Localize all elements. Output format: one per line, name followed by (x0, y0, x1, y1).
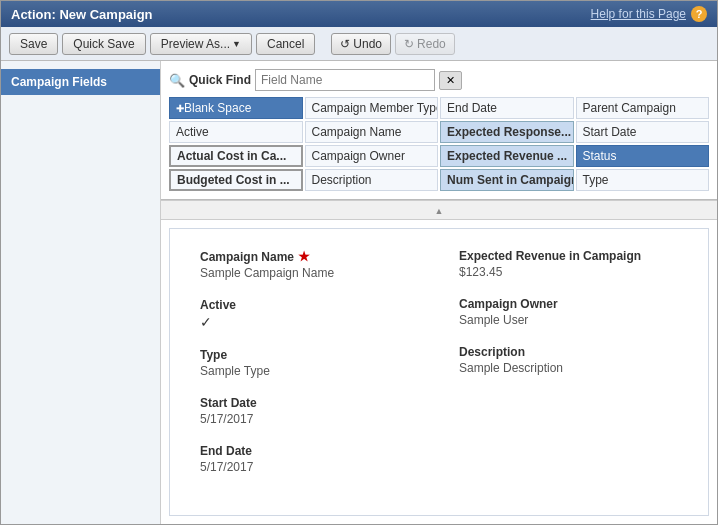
field-active[interactable]: Active (169, 121, 303, 143)
toolbar: Save Quick Save Preview As... ▼ Cancel ↺… (1, 27, 717, 61)
cancel-button[interactable]: Cancel (256, 33, 315, 55)
help-icon[interactable]: ? (691, 6, 707, 22)
window-title: Action: New Campaign (11, 7, 153, 22)
preview-left-col: Campaign Name ★ Sample Campaign Name Act… (200, 249, 419, 474)
search-input[interactable] (255, 69, 435, 91)
field-blank-space[interactable]: Blank Space (169, 97, 303, 119)
active-value: ✓ (200, 314, 419, 330)
campaign-name-value: Sample Campaign Name (200, 266, 419, 280)
field-campaign-owner[interactable]: Campaign Owner (305, 145, 439, 167)
type-value: Sample Type (200, 364, 419, 378)
window: Action: New Campaign Help for this Page … (0, 0, 718, 525)
help-area: Help for this Page ? (591, 6, 707, 22)
preview-inner: Campaign Name ★ Sample Campaign Name Act… (200, 249, 678, 474)
search-icon: 🔍 (169, 73, 185, 88)
field-campaign-member-type[interactable]: Campaign Member Type (305, 97, 439, 119)
preview-right-col: Expected Revenue in Campaign $123.45 Cam… (459, 249, 678, 474)
fields-grid: Blank Space Campaign Member Type End Dat… (169, 97, 709, 191)
campaign-owner-value: Sample User (459, 313, 678, 327)
field-expected-revenue[interactable]: Expected Revenue ... (440, 145, 574, 167)
start-date-value: 5/17/2017 (200, 412, 419, 426)
save-button[interactable]: Save (9, 33, 58, 55)
preview-campaign-name: Campaign Name ★ Sample Campaign Name (200, 249, 419, 280)
preview-as-button[interactable]: Preview As... ▼ (150, 33, 252, 55)
required-star: ★ (298, 249, 310, 264)
expected-revenue-value: $123.45 (459, 265, 678, 279)
title-bar: Action: New Campaign Help for this Page … (1, 1, 717, 27)
undo-button[interactable]: ↺ Undo (331, 33, 391, 55)
quick-find-row: 🔍 Quick Find ✕ (169, 69, 709, 91)
field-status[interactable]: Status (576, 145, 710, 167)
preview-campaign-owner: Campaign Owner Sample User (459, 297, 678, 327)
field-description[interactable]: Description (305, 169, 439, 191)
description-value: Sample Description (459, 361, 678, 375)
dropdown-arrow-icon: ▼ (232, 39, 241, 49)
end-date-value: 5/17/2017 (200, 460, 419, 474)
redo-button[interactable]: ↻ Redo (395, 33, 455, 55)
field-campaign-name[interactable]: Campaign Name (305, 121, 439, 143)
field-budgeted-cost[interactable]: Budgeted Cost in ... (169, 169, 303, 191)
preview-type: Type Sample Type (200, 348, 419, 378)
preview-end-date: End Date 5/17/2017 (200, 444, 419, 474)
preview-expected-revenue: Expected Revenue in Campaign $123.45 (459, 249, 678, 279)
preview-active: Active ✓ (200, 298, 419, 330)
field-parent-campaign[interactable]: Parent Campaign (576, 97, 710, 119)
fields-panel: 🔍 Quick Find ✕ Blank Space Campaign Memb… (161, 61, 717, 200)
main-content: Campaign Fields 🔍 Quick Find ✕ Blank Spa… (1, 61, 717, 524)
field-num-sent[interactable]: Num Sent in Campaign (440, 169, 574, 191)
quick-save-button[interactable]: Quick Save (62, 33, 145, 55)
preview-description: Description Sample Description (459, 345, 678, 375)
field-start-date[interactable]: Start Date (576, 121, 710, 143)
field-end-date[interactable]: End Date (440, 97, 574, 119)
field-actual-cost[interactable]: Actual Cost in Ca... (169, 145, 303, 167)
field-expected-response[interactable]: Expected Response... (440, 121, 574, 143)
right-panel: 🔍 Quick Find ✕ Blank Space Campaign Memb… (161, 61, 717, 524)
panel-resize-handle[interactable] (161, 200, 717, 220)
quick-find-label: Quick Find (189, 73, 251, 87)
clear-search-button[interactable]: ✕ (439, 71, 462, 90)
sidebar-item-campaign-fields[interactable]: Campaign Fields (1, 69, 160, 95)
help-link[interactable]: Help for this Page (591, 7, 686, 21)
preview-start-date: Start Date 5/17/2017 (200, 396, 419, 426)
redo-icon: ↻ (404, 37, 414, 51)
preview-area: Campaign Name ★ Sample Campaign Name Act… (169, 228, 709, 516)
undo-icon: ↺ (340, 37, 350, 51)
field-type[interactable]: Type (576, 169, 710, 191)
sidebar: Campaign Fields (1, 61, 161, 524)
